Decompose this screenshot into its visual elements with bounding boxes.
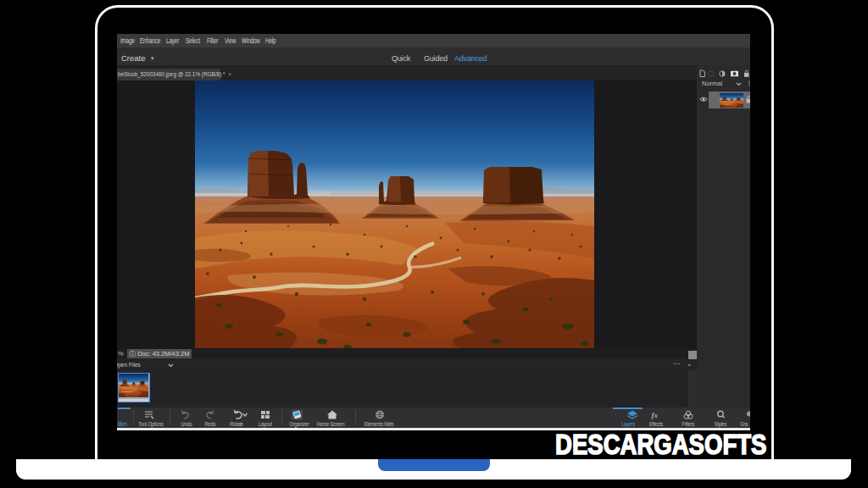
svg-text:fx: fx (652, 411, 659, 419)
